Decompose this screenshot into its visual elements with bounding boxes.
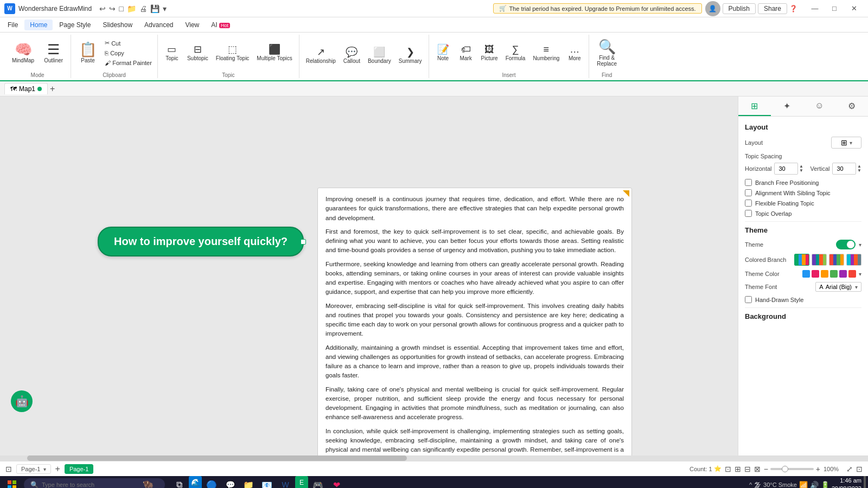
mindmap-button[interactable]: 🧠 MindMap [8,40,39,66]
vertical-input[interactable] [832,163,856,175]
user-avatar[interactable]: 👤 [705,1,720,16]
color-swatch-pink[interactable] [812,270,819,278]
vertical-down[interactable]: ▼ [857,169,861,173]
page-dropdown-arrow[interactable]: ▾ [43,466,46,472]
toggle-panel-icon[interactable]: ⊡ [5,465,12,473]
taskbar-game[interactable]: 🎮 [309,476,327,488]
mark-button[interactable]: 🏷 Mark [455,42,477,64]
menu-file[interactable]: File [2,20,23,30]
color-swatch-green[interactable] [830,270,838,278]
more-button[interactable]: … More [564,42,585,64]
taskbar-skype[interactable]: 💬 [221,476,239,488]
taskbar-word[interactable]: W [277,476,294,488]
taskbar-edge[interactable]: 🌊 [189,476,202,488]
trial-banner[interactable]: 🛒 The trial period has expired. Upgrade … [493,3,701,14]
outliner-button[interactable]: ☰ Outliner [40,40,67,66]
panel-tab-settings[interactable]: ⚙ [835,97,868,116]
formula-button[interactable]: ∑ Formula [502,42,529,64]
color-swatch-blue[interactable] [802,270,810,278]
zoom-minus-button[interactable]: − [764,465,768,473]
boundary-button[interactable]: ⬜ Boundary [365,45,394,67]
theme-font-selector[interactable]: A Arial (Big) ▾ [815,282,861,292]
find-replace-button[interactable]: 🔍 Find &Replace [592,37,621,69]
branch-free-positioning-checkbox[interactable] [745,179,752,186]
undo-icon[interactable]: ↩ [99,4,106,13]
tray-show-hidden[interactable]: ^ [749,481,752,488]
tray-volume[interactable]: 🔊 [810,481,819,489]
add-page-button[interactable]: + [55,464,60,474]
canvas[interactable]: How to improve yourself quickly? Improvi… [0,97,738,455]
maximize-button[interactable]: □ [825,0,844,17]
taskbar-chrome[interactable]: 🔵 [203,476,220,488]
add-tab-button[interactable]: + [50,84,55,94]
color-swatch-orange[interactable] [821,270,828,278]
page-tab-active[interactable]: Page-1 [65,464,93,474]
paste-button[interactable]: 📋 Paste [74,40,101,66]
topic-overlap-label[interactable]: Topic Overlap [755,210,792,217]
layout-selector[interactable]: ⊞ ▾ [831,137,861,149]
hand-drawn-label[interactable]: Hand-Drawn Style [755,297,803,303]
taskbar-search-input[interactable] [42,481,139,488]
view-icon-2[interactable]: ⊞ [735,465,741,473]
new-icon[interactable]: □ [119,4,123,13]
flexible-floating-label[interactable]: Flexible Floating Topic [755,200,814,207]
color-scheme-2[interactable] [812,254,827,266]
fit-button[interactable]: ⊡ [856,465,863,473]
show-desktop-button[interactable] [864,476,866,488]
taskbar-app-red[interactable]: ❤ [328,476,345,488]
color-swatch-purple[interactable] [839,270,847,278]
branch-free-positioning-label[interactable]: Branch Free Positioning [755,179,819,186]
format-painter-button[interactable]: 🖌 Format Painter [103,59,154,67]
relationship-button[interactable]: ↗ Relationship [303,45,339,67]
tab-map1[interactable]: 🗺 Map1 [4,83,48,94]
subtopic-button[interactable]: ⊟ Subtopic [184,42,212,64]
hand-drawn-checkbox[interactable] [745,296,752,303]
menu-slideshow[interactable]: Slideshow [97,20,138,30]
horizontal-stepper[interactable]: ▲ ▼ [799,164,803,173]
note-button[interactable]: 📝 Note [432,42,454,64]
minimize-button[interactable]: — [805,0,825,17]
panel-tab-emoji[interactable]: ☺ [803,97,836,116]
menu-ai[interactable]: AI Hot [206,20,235,30]
alignment-sibling-checkbox[interactable] [745,189,752,196]
ai-assistant-button[interactable]: 🤖 [11,390,33,412]
view-icon-4[interactable]: ⊠ [754,465,761,473]
scrollbar-thumb[interactable] [27,455,407,461]
save-icon[interactable]: 💾 [150,4,159,13]
zoom-slider[interactable] [770,468,814,470]
summary-button[interactable]: ❯ Summary [395,45,425,67]
color-scheme-3[interactable] [829,254,844,266]
resize-handle[interactable] [301,239,306,245]
color-scheme-1[interactable] [794,254,809,266]
theme-dropdown-arrow[interactable]: ▾ [859,242,861,248]
panel-tab-layout[interactable]: ⊞ [738,97,771,116]
callout-button[interactable]: 💬 Callout [340,45,363,67]
menu-home[interactable]: Home [24,20,53,30]
taskbar-files[interactable]: 📁 [240,476,257,488]
page-tab-label[interactable]: Page-1 ▾ [16,464,51,474]
zoom-plus-button[interactable]: + [816,465,820,473]
view-icon-3[interactable]: ⊟ [744,465,751,473]
taskbar-email[interactable]: 📧 [258,476,276,488]
start-button[interactable] [2,476,22,488]
numbering-button[interactable]: ≡ Numbering [529,42,563,64]
vertical-stepper[interactable]: ▲ ▼ [857,164,861,173]
horizontal-input[interactable] [774,163,798,175]
menu-view[interactable]: View [180,20,205,30]
summary-box[interactable]: Improving oneself is a continuous journe… [317,188,632,455]
horizontal-down[interactable]: ▼ [799,169,803,173]
fullscreen-button[interactable]: ⤢ [846,465,853,473]
topic-button[interactable]: ▭ Topic [161,42,183,64]
central-topic[interactable]: How to improve yourself quickly? [98,227,304,256]
menu-advanced[interactable]: Advanced [139,20,178,30]
horizontal-scrollbar[interactable] [0,455,868,461]
tray-battery[interactable]: 🔋 [821,481,829,489]
copy-button[interactable]: ⎘ Copy [103,49,154,57]
view-icon-1[interactable]: ⊡ [725,465,731,473]
alignment-sibling-label[interactable]: Alignment With Sibling Topic [755,190,831,196]
taskbar-edraw[interactable]: E [295,476,308,488]
multiple-topics-button[interactable]: ⬛ Multiple Topics [253,42,295,64]
menu-page-style[interactable]: Page Style [54,20,96,30]
publish-button[interactable]: Publish [723,3,756,14]
theme-toggle[interactable] [836,240,856,249]
